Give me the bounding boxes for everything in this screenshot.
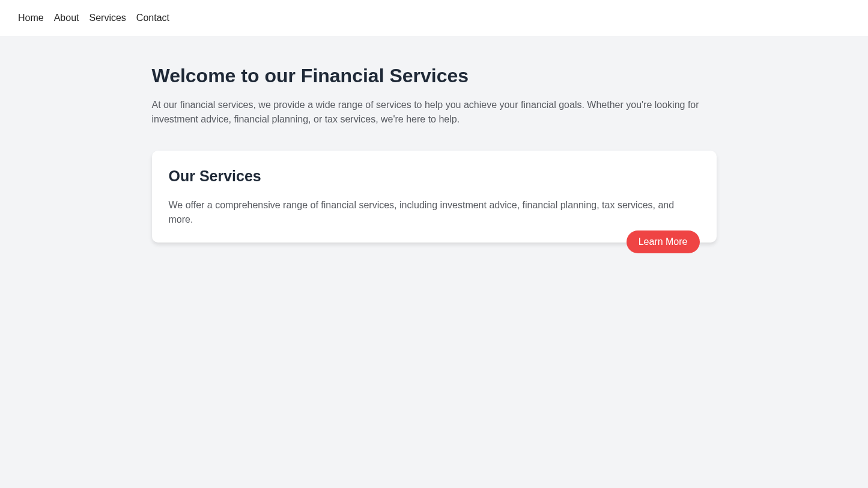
nav-item-about: About: [54, 13, 79, 23]
nav-link-home[interactable]: Home: [18, 13, 44, 23]
nav-item-contact: Contact: [136, 13, 169, 23]
nav-link-about[interactable]: About: [54, 13, 79, 23]
nav-link-contact[interactable]: Contact: [136, 13, 169, 23]
nav-item-services: Services: [90, 13, 126, 23]
top-navigation: Home About Services Contact: [0, 0, 868, 36]
nav-item-home: Home: [18, 13, 44, 23]
nav-list: Home About Services Contact: [18, 13, 850, 23]
intro-text: At our financial services, we provide a …: [152, 98, 717, 127]
main-content: Welcome to our Financial Services At our…: [152, 36, 717, 271]
learn-more-button[interactable]: Learn More: [627, 230, 700, 253]
services-card: Our Services We offer a comprehensive ra…: [152, 151, 717, 242]
page-title: Welcome to our Financial Services: [152, 65, 717, 87]
nav-link-services[interactable]: Services: [90, 13, 126, 23]
card-title: Our Services: [169, 167, 700, 185]
card-description: We offer a comprehensive range of financ…: [169, 198, 700, 227]
